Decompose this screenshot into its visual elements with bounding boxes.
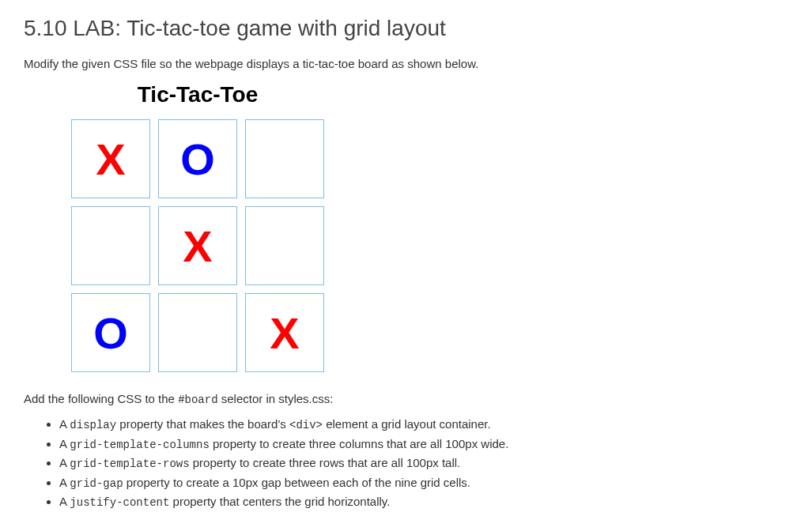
board-cell	[158, 293, 237, 372]
bullet-post: property to create three rows that are a…	[190, 456, 461, 469]
board-cell: X	[245, 293, 324, 372]
bullet-item: A grid-template-columns property to crea…	[59, 435, 788, 454]
board-cell	[245, 206, 324, 285]
instruction-suffix: selector in styles.css:	[218, 392, 334, 405]
board-cell: X	[158, 206, 237, 285]
intro-text: Modify the given CSS file so the webpage…	[24, 57, 788, 70]
tic-tac-toe-figure: Tic-Tac-Toe X O X O X	[63, 82, 332, 372]
bullet-mid: property that makes the board's	[116, 417, 289, 431]
bullet-code: display	[70, 419, 116, 431]
board-cell: O	[71, 293, 150, 372]
instruction-code: #board	[178, 394, 217, 406]
bullet-pre: A	[59, 417, 70, 431]
bullet-code: grid-template-columns	[70, 439, 209, 451]
bullet-post: property to create three columns that ar…	[210, 437, 509, 450]
bullet-code: grid-gap	[70, 477, 123, 490]
board-cell: O	[158, 119, 237, 198]
board-cell	[71, 206, 150, 285]
bullet-item: A justify-content property that centers …	[59, 493, 788, 511]
bullet-pre: A	[59, 476, 70, 489]
bullet-code: grid-template-rows	[70, 458, 189, 470]
bullet-list: A display property that makes the board'…	[24, 416, 788, 511]
bullet-code: justify-content	[70, 496, 169, 509]
instruction-text: Add the following CSS to the #board sele…	[24, 392, 788, 406]
bullet-post: property that centers the grid horizonta…	[169, 495, 390, 508]
board-cell	[245, 119, 324, 198]
bullet-pre: A	[59, 495, 70, 508]
game-title: Tic-Tac-Toe	[63, 82, 332, 107]
game-board: X O X O X	[63, 119, 332, 372]
bullet-pre: A	[59, 456, 70, 469]
bullet-post: element a grid layout container.	[323, 417, 491, 431]
bullet-item: A display property that makes the board'…	[59, 416, 788, 434]
bullet-post: property to create a 10px gap between ea…	[123, 476, 470, 489]
board-cell: X	[71, 119, 150, 198]
page-title: 5.10 LAB: Tic-tac-toe game with grid lay…	[24, 16, 788, 41]
bullet-item: A grid-template-rows property to create …	[59, 454, 788, 473]
instruction-prefix: Add the following CSS to the	[24, 392, 178, 405]
bullet-pre: A	[59, 437, 70, 450]
bullet-code2: <div>	[289, 419, 323, 431]
bullet-item: A grid-gap property to create a 10px gap…	[59, 474, 788, 492]
